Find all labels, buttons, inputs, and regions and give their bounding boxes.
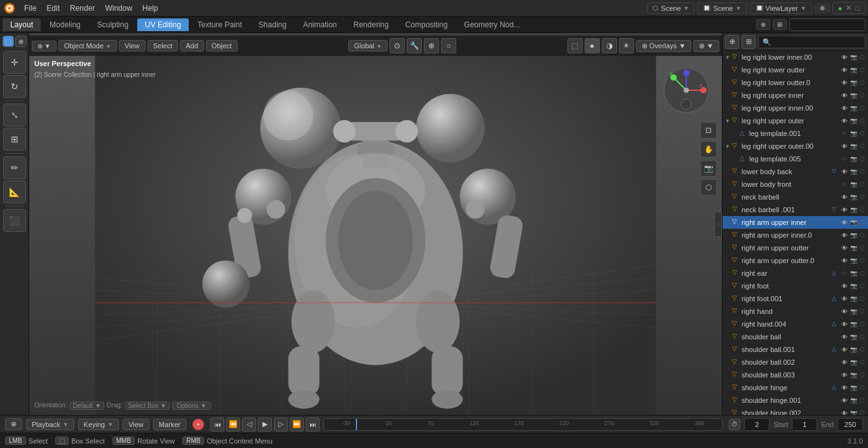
render-visibility-toggle[interactable]: 📷: [849, 269, 858, 278]
outliner-item-shoulder-hinge-002[interactable]: ▽shoulder hinge.002👁📷⬡: [722, 407, 868, 415]
outliner-item-leg-right-upper-inner[interactable]: ▽leg right upper inner👁📷⬡: [722, 89, 868, 102]
visibility-toggle[interactable]: 👁: [840, 358, 849, 367]
select-box-tool[interactable]: ⬚: [3, 36, 14, 47]
select-visibility-toggle[interactable]: ⬡: [858, 243, 867, 252]
playback-btn[interactable]: Playback ▼: [26, 419, 74, 430]
snap-btn[interactable]: 🔧: [407, 38, 422, 53]
render-visibility-toggle[interactable]: 📷: [849, 129, 858, 138]
zoom-to-fit-btn[interactable]: ⊡: [700, 122, 717, 139]
render-visibility-toggle[interactable]: 📷: [849, 294, 858, 303]
select-menu-btn[interactable]: Select: [147, 40, 179, 51]
prev-keyframe-btn[interactable]: ⏪: [226, 417, 240, 431]
gizmo-btn[interactable]: ⊕ ▼: [693, 40, 719, 52]
tab-uv-editing[interactable]: UV Editing: [137, 18, 189, 31]
tab-animation[interactable]: Animation: [295, 18, 344, 31]
current-frame-input[interactable]: [744, 418, 770, 431]
render-visibility-toggle[interactable]: 📷: [849, 396, 858, 405]
visibility-toggle[interactable]: 👁: [840, 396, 849, 405]
outliner-item-right-arm-upper-inner-0[interactable]: ▽right arm upper inner.0👁📷⬡: [722, 229, 868, 241]
select-visibility-toggle[interactable]: ⬡: [858, 231, 867, 240]
visibility-toggle[interactable]: 👁: [840, 167, 849, 176]
tab-compositing[interactable]: Compositing: [398, 18, 456, 31]
tab-shading[interactable]: Shading: [251, 18, 294, 31]
visibility-toggle[interactable]: 👁: [840, 345, 849, 354]
visibility-toggle[interactable]: 👁: [840, 104, 849, 112]
outliner-item-right-hand[interactable]: ▽right hand👁📷⬡: [722, 305, 868, 318]
select-visibility-toggle[interactable]: ⬡: [858, 370, 867, 379]
visibility-toggle[interactable]: 👁: [840, 231, 849, 240]
snap-settings-btn[interactable]: ⊕: [424, 38, 439, 53]
outliner-item-leg-right-lower-outter[interactable]: ▽leg right lower outter👁📷⬡: [722, 64, 868, 76]
outliner-item-shoulder-ball-001[interactable]: ▽shoulder ball.001△👁📷⬡: [722, 343, 868, 356]
render-visibility-toggle[interactable]: 📷: [849, 256, 858, 265]
select-visibility-toggle[interactable]: ⬡: [858, 282, 867, 290]
select-visibility-toggle[interactable]: ⬡: [858, 193, 867, 201]
next-frame-btn[interactable]: ▷: [274, 417, 288, 431]
outliner-item-right-foot[interactable]: ▽right foot👁📷⬡: [722, 280, 868, 292]
outliner-menu-btn[interactable]: ⊕: [725, 35, 739, 49]
viewport-shading-material[interactable]: ◑: [602, 38, 617, 53]
visibility-toggle[interactable]: 👁: [840, 116, 849, 125]
rotate-tool[interactable]: ↻: [3, 75, 26, 98]
engine-selector[interactable]: ⬡ Scene ▼: [647, 3, 695, 14]
select-visibility-toggle[interactable]: ⬡: [858, 129, 867, 138]
visibility-toggle[interactable]: 👁: [840, 269, 849, 278]
camera-view-btn[interactable]: 📷: [700, 160, 717, 177]
editor-type-btn[interactable]: ⊕ ▼: [32, 41, 57, 51]
outliner-item-leg-right-lower-outter-0[interactable]: ▽leg right lower outter.0👁📷⬡: [722, 76, 868, 89]
marker-btn[interactable]: Marker: [153, 419, 186, 430]
hand-tool-btn[interactable]: ✋: [700, 141, 717, 158]
pivot-btn[interactable]: ⊙: [390, 38, 405, 53]
visibility-toggle[interactable]: 👁: [840, 129, 849, 138]
visibility-toggle[interactable]: 👁: [840, 294, 849, 303]
outliner-item-leg-template-001[interactable]: △leg template.001👁📷⬡: [722, 127, 868, 140]
visibility-toggle[interactable]: 👁: [840, 193, 849, 201]
visibility-toggle[interactable]: 👁: [840, 218, 849, 227]
object-menu-btn[interactable]: Object: [206, 40, 238, 51]
render-visibility-toggle[interactable]: 📷: [849, 282, 858, 290]
proportional-btn[interactable]: ○: [441, 38, 456, 53]
outliner-item-shoulder-hinge-001[interactable]: ▽shoulder hinge.001👁📷⬡: [722, 394, 868, 407]
outliner-item-right-arm-upper-outter[interactable]: ▽right arm upper outter👁📷⬡: [722, 241, 868, 254]
select-visibility-toggle[interactable]: ⬡: [858, 65, 867, 74]
render-visibility-toggle[interactable]: 📷: [849, 332, 858, 341]
render-visibility-toggle[interactable]: 📷: [849, 91, 858, 100]
outliner-item-leg-right-lower-inner-00[interactable]: ▼▽leg right lower inner.00👁📷⬡: [722, 51, 868, 64]
select-visibility-toggle[interactable]: ⬡: [858, 180, 867, 189]
select-visibility-toggle[interactable]: ⬡: [858, 78, 867, 87]
select-visibility-toggle[interactable]: ⬡: [858, 256, 867, 265]
move-tool[interactable]: ✛: [3, 51, 26, 74]
render-visibility-toggle[interactable]: 📷: [849, 345, 858, 354]
play-btn[interactable]: ▶: [258, 417, 272, 431]
fps-btn[interactable]: ⏱: [729, 419, 740, 430]
render-engine-icon[interactable]: ⊕: [756, 19, 770, 30]
visibility-toggle[interactable]: 👁: [840, 370, 849, 379]
outliner-item-shoulder-ball-002[interactable]: ▽shoulder ball.002👁📷⬡: [722, 356, 868, 369]
render-visibility-toggle[interactable]: 📷: [849, 78, 858, 87]
tab-texture-paint[interactable]: Texture Paint: [190, 18, 250, 31]
select-visibility-toggle[interactable]: ⬡: [858, 332, 867, 341]
add-cube-tool[interactable]: ⬛: [3, 209, 26, 232]
tab-modeling[interactable]: Modeling: [42, 18, 88, 31]
tab-geometry-nodes[interactable]: Geometry Nod...: [456, 18, 527, 31]
top-search[interactable]: [789, 18, 865, 31]
outliner-item-right-foot-001[interactable]: ▽right foot.001△👁📷⬡: [722, 292, 868, 305]
select-visibility-toggle[interactable]: ⬡: [858, 142, 867, 151]
options-btn[interactable]: Options ▼: [172, 402, 211, 410]
visibility-toggle[interactable]: 👁: [840, 65, 849, 74]
visibility-toggle[interactable]: 👁: [840, 78, 849, 87]
select-visibility-toggle[interactable]: ⬡: [858, 294, 867, 303]
outliner-view-btn[interactable]: ⊞: [742, 35, 756, 49]
scene-selector[interactable]: 🔲 Scene ▼: [697, 3, 747, 14]
select-visibility-toggle[interactable]: ⬡: [858, 53, 867, 62]
editor-type-selector[interactable]: ⊕: [5, 418, 22, 430]
menu-file[interactable]: File: [19, 3, 41, 14]
visibility-toggle[interactable]: 👁: [840, 256, 849, 265]
tab-layout[interactable]: Layout: [3, 18, 41, 31]
render-visibility-toggle[interactable]: 📷: [849, 116, 858, 125]
visibility-toggle[interactable]: 👁: [840, 53, 849, 62]
render-visibility-toggle[interactable]: 📷: [849, 193, 858, 201]
render-visibility-toggle[interactable]: 📷: [849, 53, 858, 62]
render-visibility-toggle[interactable]: 📷: [849, 180, 858, 189]
outliner-item-leg-template-005[interactable]: △leg template.005👁📷⬡: [722, 153, 868, 165]
